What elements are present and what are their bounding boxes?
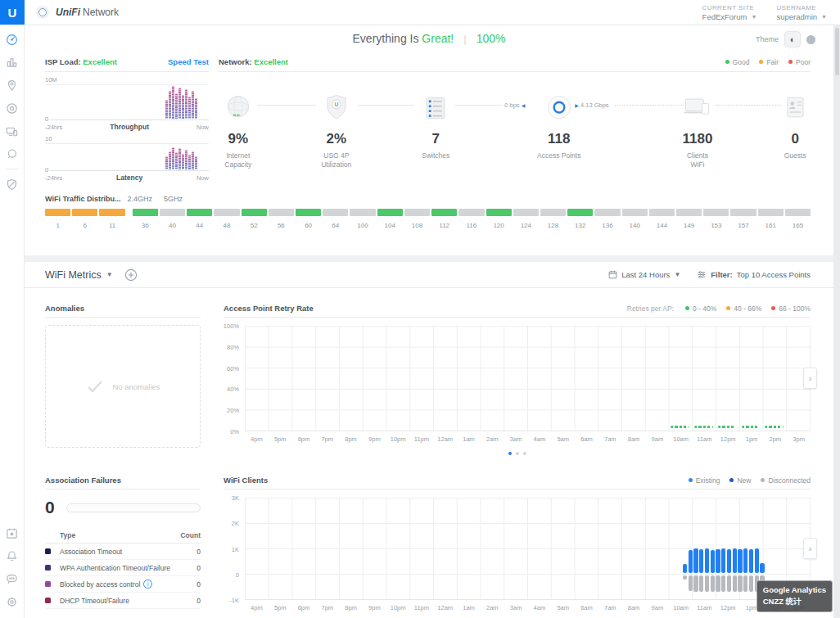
sidebar-item-insights[interactable] xyxy=(1,142,24,165)
client-bar[interactable] xyxy=(711,575,715,592)
guests-node[interactable]: 0 Guests xyxy=(746,79,840,160)
switches-node[interactable]: 7 Switches xyxy=(386,79,485,160)
channel-36[interactable]: 36 xyxy=(133,209,158,229)
table-row[interactable]: Association Timeout 0 xyxy=(45,544,201,560)
client-bar[interactable] xyxy=(705,548,709,573)
channel-140[interactable]: 140 xyxy=(622,209,648,229)
client-bar[interactable] xyxy=(760,563,764,573)
sidebar-item-map[interactable] xyxy=(1,74,24,97)
channel-165[interactable]: 165 xyxy=(785,209,811,229)
next-page-chevron[interactable]: › xyxy=(803,538,817,559)
channel-104[interactable]: 104 xyxy=(377,209,403,229)
client-bar[interactable] xyxy=(749,549,753,573)
client-bar[interactable] xyxy=(689,550,693,573)
client-bar[interactable] xyxy=(693,575,698,592)
channel-100[interactable]: 100 xyxy=(350,209,375,229)
channel-128[interactable]: 128 xyxy=(540,209,566,229)
metrics-dropdown-caret[interactable]: ▼ xyxy=(106,271,113,278)
client-bar[interactable] xyxy=(689,575,693,591)
channel-153[interactable]: 153 xyxy=(703,209,729,229)
time-range-selector[interactable]: Last 24 Hours ▼ xyxy=(608,270,680,279)
client-bar[interactable] xyxy=(721,575,725,592)
channel-52[interactable]: 52 xyxy=(242,209,267,229)
client-bar[interactable] xyxy=(699,549,703,573)
light-theme-button[interactable]: ◐ xyxy=(784,31,801,47)
sidebar-item-settings[interactable] xyxy=(1,590,24,613)
client-bar[interactable] xyxy=(727,549,731,573)
next-page-chevron[interactable]: › xyxy=(803,368,817,389)
channel-116[interactable]: 116 xyxy=(458,209,484,229)
client-bar[interactable] xyxy=(683,564,687,573)
client-bar[interactable] xyxy=(705,575,709,592)
client-bar[interactable] xyxy=(733,575,737,592)
channel-6[interactable]: 6 xyxy=(72,209,97,229)
retry-rate-segment[interactable] xyxy=(765,426,783,428)
scrollbar-thumb[interactable] xyxy=(835,28,839,75)
page-dot-1[interactable] xyxy=(508,452,512,455)
channel-11[interactable]: 11 xyxy=(99,209,124,229)
channel-40[interactable]: 40 xyxy=(160,209,185,229)
client-bar[interactable] xyxy=(743,548,747,573)
sidebar-item-threat-management[interactable] xyxy=(1,173,24,196)
client-bar[interactable] xyxy=(693,548,698,573)
username-selector[interactable]: USERNAME superadmin▼ xyxy=(776,4,827,21)
retry-rate-segment[interactable] xyxy=(742,426,760,428)
channel-108[interactable]: 108 xyxy=(404,209,430,229)
current-site-selector[interactable]: CURRENT SITE FedExForum▼ xyxy=(702,4,757,21)
client-bar[interactable] xyxy=(727,575,731,592)
client-bar[interactable] xyxy=(716,549,720,573)
channel-124[interactable]: 124 xyxy=(513,209,539,229)
filter-selector[interactable]: Filter: Top 10 Access Points xyxy=(697,270,811,279)
sidebar-item-alerts[interactable] xyxy=(1,544,24,567)
channel-120[interactable]: 120 xyxy=(486,209,512,229)
channel-1[interactable]: 1 xyxy=(45,209,70,229)
client-bar[interactable] xyxy=(738,549,742,573)
channel-161[interactable]: 161 xyxy=(758,209,784,229)
internet-node[interactable]: 9% InternetCapacity xyxy=(189,79,287,170)
retry-rate-segment[interactable] xyxy=(718,426,736,428)
sidebar-item-devices[interactable] xyxy=(1,97,24,120)
channel-56[interactable]: 56 xyxy=(269,209,294,229)
channel-132[interactable]: 132 xyxy=(567,209,593,229)
channel-48[interactable]: 48 xyxy=(214,209,239,229)
sidebar-item-clients[interactable] xyxy=(1,120,24,142)
speed-test-link[interactable]: Speed Test xyxy=(168,57,209,66)
client-bar[interactable] xyxy=(711,550,715,573)
retry-rate-segment[interactable] xyxy=(694,426,712,428)
client-bar[interactable] xyxy=(699,575,703,592)
scrollbar[interactable] xyxy=(833,25,840,618)
channel-149[interactable]: 149 xyxy=(676,209,702,229)
sidebar-item-events[interactable] xyxy=(1,521,24,544)
channel-136[interactable]: 136 xyxy=(594,209,620,229)
dark-theme-button[interactable] xyxy=(806,35,815,44)
channel-144[interactable]: 144 xyxy=(649,209,675,229)
channel-44[interactable]: 44 xyxy=(187,209,212,229)
ubiquiti-logo[interactable]: U xyxy=(0,0,25,25)
page-dot-2[interactable] xyxy=(516,452,519,455)
client-bar[interactable] xyxy=(738,575,742,592)
channel-64[interactable]: 64 xyxy=(323,209,348,229)
client-bar[interactable] xyxy=(683,575,687,580)
sidebar-item-chat[interactable] xyxy=(1,567,24,590)
sidebar-item-statistics[interactable] xyxy=(1,51,24,74)
channel-112[interactable]: 112 xyxy=(431,209,457,229)
retry-rate-segment[interactable] xyxy=(671,426,689,428)
client-bar[interactable] xyxy=(749,575,753,592)
client-bar[interactable] xyxy=(716,575,720,592)
client-bar[interactable] xyxy=(721,548,725,573)
gateway-node[interactable]: U 2% USG 4PUtilization xyxy=(287,79,386,170)
channel-60[interactable]: 60 xyxy=(296,209,321,229)
info-icon[interactable]: i xyxy=(143,580,152,589)
add-widget-button[interactable] xyxy=(124,268,138,282)
table-row[interactable]: DHCP Timeout/Failure 0 xyxy=(45,593,201,609)
table-row[interactable]: Blocked by access controli 0 xyxy=(45,576,201,593)
sidebar-item-dashboard[interactable] xyxy=(1,28,24,51)
access-points-node[interactable]: 118 Access Points xyxy=(510,79,608,160)
client-bar[interactable] xyxy=(743,575,747,592)
channel-157[interactable]: 157 xyxy=(730,209,756,229)
client-bar[interactable] xyxy=(755,548,759,573)
client-bar[interactable] xyxy=(733,548,737,573)
clients-node[interactable]: 1180 ClientsWiFi xyxy=(648,79,747,170)
table-row[interactable]: WPA Authentication Timeout/Failure 0 xyxy=(45,560,201,576)
page-dot-3[interactable] xyxy=(523,452,526,455)
